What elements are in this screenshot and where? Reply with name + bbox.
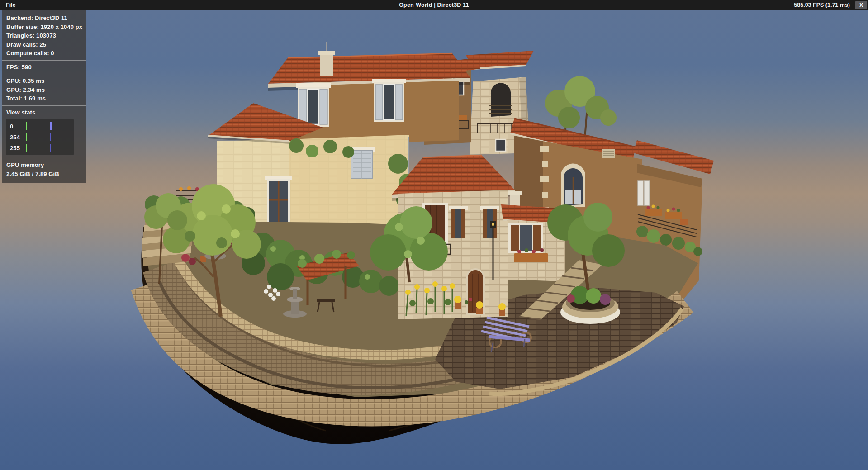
divider	[2, 158, 86, 158]
stat-total-time: Total: 1.69 ms	[2, 94, 86, 103]
gpu-memory-value: 2.45 GiB / 7.89 GiB	[2, 170, 86, 179]
stats-panel: Backend: Direct3D 11 Buffer size: 1920 x…	[2, 10, 86, 183]
center-window-2	[480, 206, 499, 238]
close-icon: X	[859, 2, 863, 8]
divider	[2, 74, 86, 74]
view-stats-table: 0 254 255	[6, 119, 74, 155]
stat-backend: Backend: Direct3D 11	[2, 14, 86, 23]
stat-compute-calls: Compute calls: 0	[2, 49, 86, 58]
blue-tick-mark	[50, 144, 51, 152]
view-stats-title: View stats	[2, 108, 86, 117]
stat-draw-calls: Draw calls: 25	[2, 40, 86, 49]
gpu-memory-label: GPU memory	[2, 161, 86, 170]
green-tick-mark	[26, 122, 27, 130]
file-menu[interactable]: File	[0, 0, 22, 10]
blue-tick-mark	[50, 133, 51, 141]
application-window: File Open-World | Direct3D 11 585.03 FPS…	[0, 0, 868, 470]
stat-buffer-size: Buffer size: 1920 x 1040 px	[2, 23, 86, 32]
green-tick-mark	[26, 133, 27, 141]
fps-readout: 585.03 FPS (1.71 ms)	[794, 2, 855, 8]
center-window-1	[449, 206, 468, 238]
left-house-upper-window-2	[372, 79, 406, 122]
stat-triangles: Triangles: 103073	[2, 31, 86, 40]
stat-fps: FPS: 590	[2, 63, 86, 72]
stat-cpu-time: CPU: 0.35 ms	[2, 76, 86, 85]
view-stats-row: 255	[6, 142, 74, 153]
divider	[2, 60, 86, 61]
view-stats-row: 254	[6, 132, 74, 142]
row-label: 255	[6, 145, 26, 152]
village-diorama	[0, 10, 868, 470]
viewport-3d-scene[interactable]	[0, 10, 868, 470]
blue-tick-mark	[50, 122, 52, 130]
divider	[2, 105, 86, 106]
green-tick-mark	[26, 144, 27, 152]
arched-window	[561, 163, 585, 208]
window-title: Open-World | Direct3D 11	[399, 2, 469, 8]
close-button[interactable]: X	[855, 1, 867, 9]
titlebar-right: 585.03 FPS (1.71 ms) X	[794, 0, 868, 10]
titlebar: File Open-World | Direct3D 11 585.03 FPS…	[0, 0, 868, 10]
view-stats-row: 0	[6, 121, 74, 132]
stat-gpu-time: GPU: 2.34 ms	[2, 85, 86, 95]
row-label: 254	[6, 134, 26, 141]
row-label: 0	[6, 123, 26, 130]
left-house-lower-window-1	[265, 176, 292, 224]
